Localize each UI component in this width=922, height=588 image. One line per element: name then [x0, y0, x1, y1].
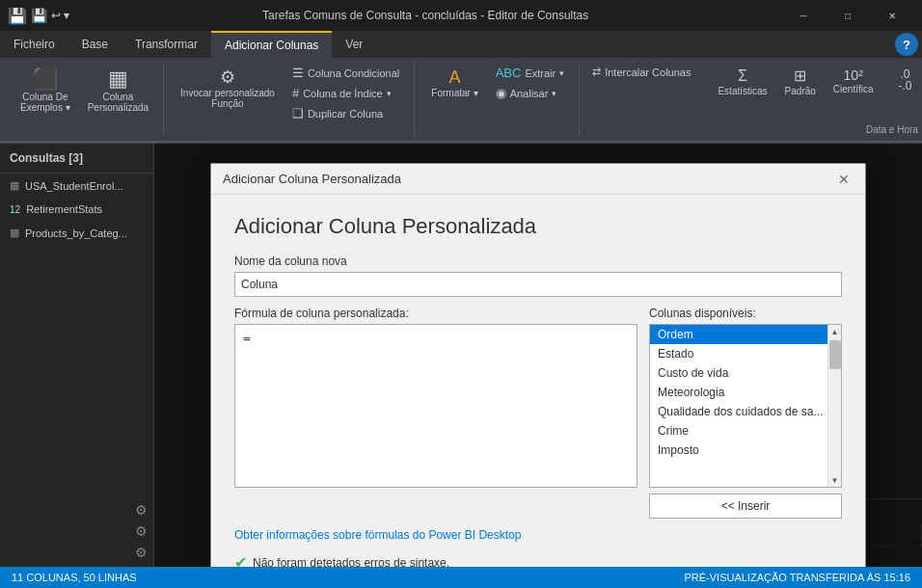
- sidebar-item-products[interactable]: ▦ Products_by_Categ...: [0, 221, 153, 245]
- ribbon-group-stats-items: Σ Estatísticas ⊞ Padrão 10² Científica .…: [711, 64, 922, 120]
- sidebar-item-usa[interactable]: ▦ USA_StudentEnrol...: [0, 174, 153, 198]
- column-item-estado[interactable]: Estado: [650, 344, 841, 363]
- retirement-label: RetirementStats: [26, 203, 102, 215]
- intercalar-label: Intercalar Colunas: [605, 67, 691, 78]
- help-link[interactable]: Obter informações sobre fórmulas do Powe…: [234, 528, 521, 542]
- dialog-body: Adicionar Coluna Personalizada Nome da c…: [211, 195, 865, 568]
- triag-button[interactable]: .0-.0: [884, 64, 922, 98]
- coluna-exemplos-button[interactable]: ⬛ Coluna DeExemplos ▾: [14, 64, 77, 118]
- formula-label: Fórmula de coluna personalizada:: [234, 307, 637, 320]
- status-transfer: PRÉ-VISUALIZAÇÃO TRANSFERIDA ÀS 15:16: [684, 572, 910, 583]
- ribbon-group-stats: Σ Estatísticas ⊞ Padrão 10² Científica .…: [703, 62, 922, 137]
- tab-base[interactable]: Base: [68, 31, 122, 58]
- retirement-icon: 12: [10, 204, 20, 215]
- indice-icon: #: [292, 86, 299, 100]
- validation-row: ✔ Não foram detetados erros de sintaxe.: [234, 553, 842, 568]
- date-hora-label: Data e Hora: [866, 122, 918, 135]
- products-label: Products_by_Categ...: [25, 227, 127, 239]
- name-input[interactable]: [234, 272, 842, 297]
- invocar-icon: ⚙: [220, 68, 235, 86]
- columns-count: 11 COLUNAS, 50 LINHAS: [12, 572, 137, 583]
- intercalar-button[interactable]: ⇄ Intercalar Colunas: [585, 64, 697, 80]
- extrair-button[interactable]: ABC Extrair ▾: [489, 64, 572, 82]
- maximize-button[interactable]: □: [826, 0, 870, 31]
- columns-list: Ordem Estado Custo de vida Meteorologia …: [649, 324, 842, 488]
- extrair-label: Extrair: [525, 67, 556, 79]
- title-bar: 💾 💾 ↩ ▾ Tarefas Comuns de Consulta - con…: [0, 0, 922, 31]
- coluna-personalizada-button[interactable]: ▦ ColunaPersonalizada: [81, 64, 155, 118]
- coluna-personalizada-icon: ▦: [108, 68, 128, 90]
- column-item-custo[interactable]: Custo de vida: [650, 363, 841, 383]
- extrair-arrow: ▾: [559, 68, 564, 78]
- dialog-title-bar: Adicionar Coluna Personalizada ✕: [211, 164, 865, 195]
- invocar-button[interactable]: ⚙ Invocar personalizadoFunção: [174, 64, 282, 114]
- analisar-icon: ◉: [496, 86, 506, 100]
- save-icon[interactable]: 💾: [31, 8, 47, 23]
- analisar-arrow: ▾: [552, 89, 556, 98]
- dialog-close-button[interactable]: ✕: [834, 170, 854, 189]
- formula-textarea[interactable]: =: [234, 324, 637, 488]
- column-item-imposto[interactable]: Imposto: [650, 441, 841, 460]
- close-button[interactable]: ✕: [870, 0, 914, 31]
- check-icon: ✔: [234, 553, 247, 568]
- coluna-exemplos-label: Coluna DeExemplos ▾: [20, 92, 70, 113]
- padrao-button[interactable]: ⊞ Padrão: [778, 64, 823, 101]
- column-item-qualidade[interactable]: Qualidade dos cuidados de sa...: [650, 402, 841, 421]
- padrao-icon: ⊞: [794, 68, 806, 84]
- triag-icon: .0-.0: [899, 68, 912, 92]
- sidebar-item-retirement[interactable]: 12 RetirementStats: [0, 198, 153, 221]
- cientifica-button[interactable]: 10² Científica: [827, 64, 881, 99]
- two-col-area: Fórmula de coluna personalizada: = Colun…: [234, 307, 842, 519]
- padrao-label: Padrão: [785, 86, 816, 96]
- ribbon-vertical-group3: ABC Extrair ▾ ◉ Analisar ▾: [489, 64, 572, 102]
- sidebar: Consultas [3] ▦ USA_StudentEnrol... 12 R…: [0, 144, 154, 568]
- indice-label: Coluna de Índice: [303, 88, 383, 99]
- tab-adicionar-colunas[interactable]: Adicionar Colunas: [211, 31, 332, 58]
- column-item-ordem[interactable]: Ordem: [650, 325, 841, 344]
- usa-label: USA_StudentEnrol...: [25, 180, 123, 192]
- duplicar-label: Duplicar Coluna: [308, 108, 383, 120]
- coluna-condicional-button[interactable]: ☰ Coluna Condicional: [285, 64, 406, 82]
- tab-ver[interactable]: Ver: [332, 31, 376, 58]
- gear-icon-2[interactable]: ⚙: [135, 523, 148, 539]
- ribbon-content: ⬛ Coluna DeExemplos ▾ ▦ ColunaPersonaliz…: [0, 58, 922, 143]
- minimize-button[interactable]: ─: [781, 0, 826, 31]
- content-area: 18 18 Delaware 34 24 19 ◀ ▶ Adic: [154, 144, 922, 568]
- condicional-label: Coluna Condicional: [308, 67, 399, 79]
- columns-label: Colunas disponíveis:: [649, 307, 842, 320]
- formatar-icon: A: [448, 68, 460, 86]
- estatisticas-button[interactable]: Σ Estatísticas: [711, 64, 773, 101]
- ribbon-vertical-group2: ☰ Coluna Condicional # Coluna de Índice …: [285, 64, 406, 122]
- scroll-down-arrow[interactable]: ▼: [828, 473, 842, 487]
- undo-icon[interactable]: ↩ ▾: [51, 9, 69, 22]
- estatisticas-icon: Σ: [738, 68, 747, 84]
- indice-arrow: ▾: [387, 89, 392, 98]
- intercalar-icon: ⇄: [592, 66, 601, 78]
- column-item-meteorologia[interactable]: Meteorologia: [650, 383, 841, 402]
- column-item-crime[interactable]: Crime: [650, 421, 841, 441]
- duplicar-button[interactable]: ❑ Duplicar Coluna: [285, 104, 406, 122]
- formula-col: Fórmula de coluna personalizada: =: [234, 307, 637, 519]
- scroll-up-arrow[interactable]: ▲: [828, 325, 842, 338]
- cientifica-label: Científica: [833, 84, 874, 94]
- help-button[interactable]: ?: [895, 33, 918, 56]
- insert-button[interactable]: << Inserir: [649, 494, 842, 519]
- coluna-indice-button[interactable]: # Coluna de Índice ▾: [285, 84, 406, 102]
- ribbon-group-3-items: A Formatar ▾ ABC Extrair ▾ ◉ Analisar ▾: [424, 64, 571, 135]
- analisar-button[interactable]: ◉ Analisar ▾: [489, 84, 572, 102]
- ribbon-tabs: Ficheiro Base Transformar Adicionar Colu…: [0, 31, 922, 58]
- cientifica-icon: 10²: [844, 68, 863, 82]
- tab-ficheiro[interactable]: Ficheiro: [0, 31, 68, 58]
- ribbon-group-2: ⚙ Invocar personalizadoFunção ☰ Coluna C…: [166, 62, 415, 137]
- ribbon-group-1-items: ⬛ Coluna DeExemplos ▾ ▦ ColunaPersonaliz…: [14, 64, 155, 135]
- scroll-thumb[interactable]: [829, 340, 841, 369]
- tab-transformar[interactable]: Transformar: [122, 31, 211, 58]
- coluna-personalizada-label: ColunaPersonalizada: [88, 92, 149, 113]
- invocar-label: Invocar personalizadoFunção: [180, 88, 275, 109]
- formatar-button[interactable]: A Formatar ▾: [424, 64, 484, 103]
- ribbon-group-3: A Formatar ▾ ABC Extrair ▾ ◉ Analisar ▾: [417, 62, 580, 137]
- link-row: Obter informações sobre fórmulas do Powe…: [234, 528, 842, 542]
- dialog-overlay: Adicionar Coluna Personalizada ✕ Adicion…: [154, 144, 922, 568]
- gear-icon-3[interactable]: ⚙: [135, 545, 148, 560]
- gear-icon-1[interactable]: ⚙: [135, 502, 148, 518]
